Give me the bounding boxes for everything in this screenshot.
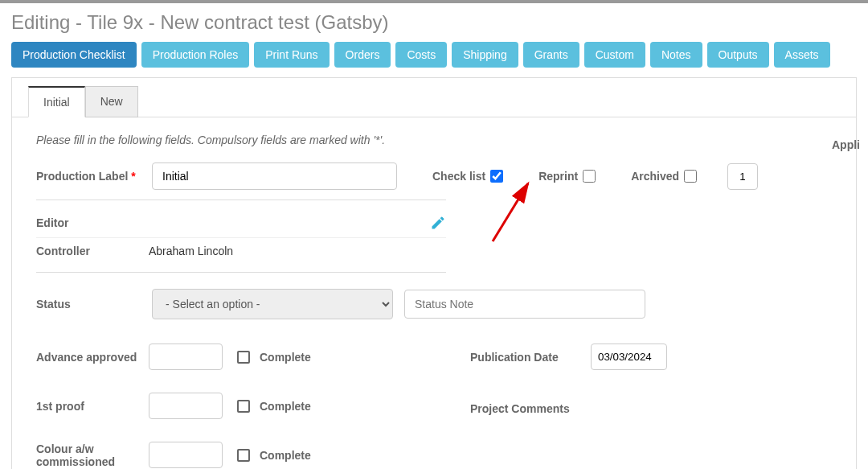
nav-orders[interactable]: Orders <box>334 42 391 68</box>
sub-tabs: Initial New <box>12 78 856 117</box>
task-complete-checkbox[interactable] <box>237 449 250 462</box>
project-comments-row: Project Comments <box>470 402 832 415</box>
checklist-label: Check list <box>432 170 485 183</box>
task-label: Advance approved <box>36 351 149 364</box>
task-input[interactable] <box>149 442 223 468</box>
annotation-arrow-icon <box>452 179 533 243</box>
nav-shipping[interactable]: Shipping <box>452 42 518 68</box>
tab-new[interactable]: New <box>85 86 138 117</box>
task-complete-checkbox[interactable] <box>237 351 250 364</box>
task-complete-label: Complete <box>260 400 311 413</box>
production-label-input[interactable] <box>152 163 397 190</box>
nav-production-roles[interactable]: Production Roles <box>141 42 250 68</box>
nav-outputs[interactable]: Outputs <box>707 42 769 68</box>
controller-label: Controller <box>36 245 149 257</box>
publication-date-label: Publication Date <box>470 351 591 364</box>
people-block: Editor Controller Abraham Lincoln <box>36 200 446 273</box>
nav-notes[interactable]: Notes <box>650 42 702 68</box>
controller-value: Abraham Lincoln <box>149 245 233 257</box>
nav-assets[interactable]: Assets <box>774 42 830 68</box>
bottom-columns: Advance approved Complete 1st proof Comp… <box>36 344 832 469</box>
order-input[interactable] <box>727 163 758 190</box>
task-complete-label: Complete <box>260 351 311 364</box>
nav-costs[interactable]: Costs <box>395 42 447 68</box>
task-label: Colour a/w commissioned <box>36 442 149 468</box>
status-note-input[interactable] <box>404 290 645 319</box>
task-input[interactable] <box>149 344 223 370</box>
checklist-checkbox[interactable] <box>490 170 503 183</box>
panel: Initial New Please fill in the following… <box>11 77 857 469</box>
task-input[interactable] <box>149 393 223 419</box>
page-title: Editing - Tile 9x - New contract test (G… <box>11 11 857 34</box>
archived-label: Archived <box>631 170 679 183</box>
status-label: Status <box>36 298 141 311</box>
svg-line-0 <box>493 183 528 241</box>
reprint-group: Reprint <box>538 170 596 183</box>
nav-print-runs[interactable]: Print Runs <box>254 42 329 68</box>
nav-grants[interactable]: Grants <box>523 42 579 68</box>
top-row: Production Label * Check list Reprint Ar… <box>36 163 832 190</box>
tasks-column: Advance approved Complete 1st proof Comp… <box>36 344 422 469</box>
task-row: Colour a/w commissioned Complete <box>36 442 422 468</box>
editor-row: Editor <box>36 208 446 237</box>
edit-icon[interactable] <box>430 215 446 231</box>
meta-column: Publication Date Project Comments <box>470 344 832 469</box>
production-label-caption: Production Label * <box>36 170 141 183</box>
archived-group: Archived <box>631 170 697 183</box>
task-complete-label: Complete <box>260 449 311 462</box>
required-marker: * <box>131 170 135 183</box>
project-comments-label: Project Comments <box>470 402 591 415</box>
nav-production-checklist[interactable]: Production Checklist <box>11 42 137 68</box>
right-cut-label: Appli <box>832 138 860 151</box>
checklist-group: Check list <box>432 170 503 183</box>
status-select[interactable]: - Select an option - <box>152 289 393 319</box>
editor-label: Editor <box>36 216 149 229</box>
status-row: Status - Select an option - <box>36 289 832 319</box>
tab-initial[interactable]: Initial <box>28 86 85 117</box>
task-complete-checkbox[interactable] <box>237 400 250 413</box>
task-row: 1st proof Complete <box>36 393 422 419</box>
controller-row: Controller Abraham Lincoln <box>36 237 446 264</box>
publication-date-input[interactable] <box>591 344 667 370</box>
task-label: 1st proof <box>36 400 149 413</box>
nav-tabs: Production Checklist Production Roles Pr… <box>11 42 857 68</box>
reprint-checkbox[interactable] <box>583 170 596 183</box>
tab-content: Please fill in the following fields. Com… <box>12 117 856 469</box>
archived-checkbox[interactable] <box>684 170 697 183</box>
nav-custom[interactable]: Custom <box>584 42 645 68</box>
task-row: Advance approved Complete <box>36 344 422 370</box>
form-hint: Please fill in the following fields. Com… <box>36 134 832 146</box>
reprint-label: Reprint <box>538 170 578 183</box>
publication-date-row: Publication Date <box>470 344 832 370</box>
